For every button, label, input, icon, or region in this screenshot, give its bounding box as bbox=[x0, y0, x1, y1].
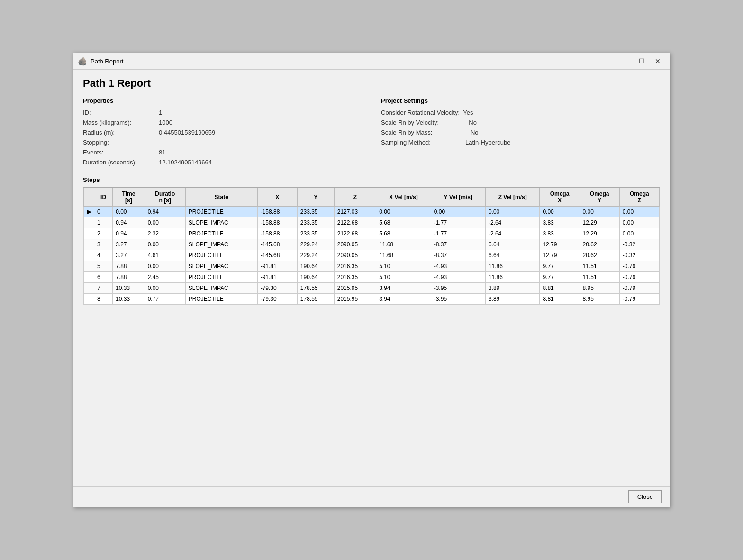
table-row[interactable]: 33.270.00SLOPE_IMPAC-145.68229.242090.05… bbox=[84, 239, 660, 250]
close-button[interactable]: Close bbox=[628, 490, 662, 503]
table-row[interactable]: 710.330.00SLOPE_IMPAC-79.30178.552015.95… bbox=[84, 283, 660, 294]
proj-scale-vel: Scale Rn by Velocity: No bbox=[381, 119, 660, 126]
proj-rotational-value: Yes bbox=[460, 109, 473, 116]
row-oz: -0.79 bbox=[619, 283, 659, 294]
row-id: 5 bbox=[94, 261, 113, 272]
row-y: 178.55 bbox=[297, 294, 334, 305]
row-yvel: -8.37 bbox=[431, 250, 485, 261]
properties-heading: Properties bbox=[83, 97, 362, 104]
row-zvel: 11.86 bbox=[485, 272, 540, 283]
row-zvel: 3.89 bbox=[485, 294, 540, 305]
col-duration: Duration [s] bbox=[145, 188, 185, 207]
maximize-button[interactable]: ☐ bbox=[634, 56, 649, 66]
row-x: -145.68 bbox=[257, 250, 297, 261]
title-bar: 🪨 Path Report — ☐ ✕ bbox=[73, 53, 670, 70]
table-row[interactable]: 10.940.00SLOPE_IMPAC-158.88233.352122.68… bbox=[84, 217, 660, 228]
row-z: 2122.68 bbox=[334, 217, 376, 228]
proj-scale-mass: Scale Rn by Mass: No bbox=[381, 129, 660, 136]
row-duration: 2.45 bbox=[145, 272, 185, 283]
col-yvel: Y Vel [m/s] bbox=[431, 188, 485, 207]
table-header-row: ID Time[s] Duration [s] State X Y Z X Ve… bbox=[84, 188, 660, 207]
prop-events: Events: 81 bbox=[83, 149, 362, 156]
row-state: PROJECTILE bbox=[185, 228, 257, 239]
row-id: 4 bbox=[94, 250, 113, 261]
table-row[interactable]: 43.274.61PROJECTILE-145.68229.242090.051… bbox=[84, 250, 660, 261]
row-ox: 3.83 bbox=[540, 217, 580, 228]
properties-section: Properties ID: 1 Mass (kilograms): 1000 … bbox=[83, 97, 362, 169]
prop-duration: Duration (seconds): 12.1024905149664 bbox=[83, 159, 362, 166]
table-row[interactable]: 67.882.45PROJECTILE-91.81190.642016.355.… bbox=[84, 272, 660, 283]
row-duration: 0.00 bbox=[145, 239, 185, 250]
row-x: -91.81 bbox=[257, 272, 297, 283]
steps-table-container[interactable]: ID Time[s] Duration [s] State X Y Z X Ve… bbox=[83, 187, 660, 305]
table-row[interactable]: ▶00.000.94PROJECTILE-158.88233.352127.03… bbox=[84, 207, 660, 217]
prop-id-label: ID: bbox=[83, 109, 159, 116]
row-oy: 20.62 bbox=[580, 239, 619, 250]
row-ox: 9.77 bbox=[540, 261, 580, 272]
steps-table: ID Time[s] Duration [s] State X Y Z X Ve… bbox=[83, 188, 660, 305]
table-row[interactable]: 20.942.32PROJECTILE-158.88233.352122.685… bbox=[84, 228, 660, 239]
col-omegay: OmegaY bbox=[580, 188, 619, 207]
row-arrow bbox=[84, 272, 94, 283]
row-yvel: 0.00 bbox=[431, 207, 485, 217]
row-oz: -0.76 bbox=[619, 261, 659, 272]
row-duration: 4.61 bbox=[145, 250, 185, 261]
row-yvel: -1.77 bbox=[431, 228, 485, 239]
app-icon: 🪨 bbox=[78, 57, 87, 65]
row-duration: 2.32 bbox=[145, 228, 185, 239]
row-state: SLOPE_IMPAC bbox=[185, 283, 257, 294]
close-window-button[interactable]: ✕ bbox=[651, 56, 665, 66]
table-row[interactable]: 810.330.77PROJECTILE-79.30178.552015.953… bbox=[84, 294, 660, 305]
row-zvel: -2.64 bbox=[485, 217, 540, 228]
page-title: Path 1 Report bbox=[83, 77, 660, 90]
row-z: 2016.35 bbox=[334, 261, 376, 272]
row-y: 229.24 bbox=[297, 239, 334, 250]
properties-row: Properties ID: 1 Mass (kilograms): 1000 … bbox=[83, 97, 660, 169]
path-report-window: 🪨 Path Report — ☐ ✕ Path 1 Report Proper… bbox=[73, 53, 670, 507]
row-arrow bbox=[84, 261, 94, 272]
row-y: 190.64 bbox=[297, 272, 334, 283]
row-time: 0.94 bbox=[113, 228, 145, 239]
prop-mass-label: Mass (kilograms): bbox=[83, 119, 159, 126]
row-x: -145.68 bbox=[257, 239, 297, 250]
row-zvel: 3.89 bbox=[485, 283, 540, 294]
row-oy: 11.51 bbox=[580, 272, 619, 283]
table-row[interactable]: 57.880.00SLOPE_IMPAC-91.81190.642016.355… bbox=[84, 261, 660, 272]
row-id: 3 bbox=[94, 239, 113, 250]
minimize-button[interactable]: — bbox=[618, 56, 633, 66]
row-yvel: -4.93 bbox=[431, 261, 485, 272]
row-oy: 8.95 bbox=[580, 294, 619, 305]
row-xvel: 5.68 bbox=[376, 217, 431, 228]
row-oy: 11.51 bbox=[580, 261, 619, 272]
row-oy: 0.00 bbox=[580, 207, 619, 217]
col-state: State bbox=[185, 188, 257, 207]
prop-duration-label: Duration (seconds): bbox=[83, 159, 159, 166]
row-x: -158.88 bbox=[257, 228, 297, 239]
project-settings-heading: Project Settings bbox=[381, 97, 660, 104]
row-zvel: -2.64 bbox=[485, 228, 540, 239]
content-area: Path 1 Report Properties ID: 1 Mass (kil… bbox=[73, 70, 670, 486]
row-time: 7.88 bbox=[113, 261, 145, 272]
proj-rotational: Consider Rotational Velocity: Yes bbox=[381, 109, 660, 116]
prop-radius: Radius (m): 0.445501539190659 bbox=[83, 129, 362, 136]
prop-duration-value: 12.1024905149664 bbox=[159, 159, 212, 166]
row-z: 2016.35 bbox=[334, 272, 376, 283]
row-y: 229.24 bbox=[297, 250, 334, 261]
row-id: 8 bbox=[94, 294, 113, 305]
row-state: SLOPE_IMPAC bbox=[185, 217, 257, 228]
row-zvel: 6.64 bbox=[485, 239, 540, 250]
row-y: 233.35 bbox=[297, 217, 334, 228]
row-xvel: 5.68 bbox=[376, 228, 431, 239]
row-oz: -0.79 bbox=[619, 294, 659, 305]
row-state: PROJECTILE bbox=[185, 294, 257, 305]
row-time: 10.33 bbox=[113, 283, 145, 294]
footer: Close bbox=[73, 486, 670, 507]
row-y: 233.35 bbox=[297, 207, 334, 217]
row-yvel: -8.37 bbox=[431, 239, 485, 250]
proj-sampling-value: Latin-Hypercube bbox=[457, 139, 510, 146]
col-id: ID bbox=[94, 188, 113, 207]
row-yvel: -3.95 bbox=[431, 294, 485, 305]
row-time: 0.00 bbox=[113, 207, 145, 217]
row-x: -79.30 bbox=[257, 294, 297, 305]
prop-events-value: 81 bbox=[159, 149, 165, 156]
